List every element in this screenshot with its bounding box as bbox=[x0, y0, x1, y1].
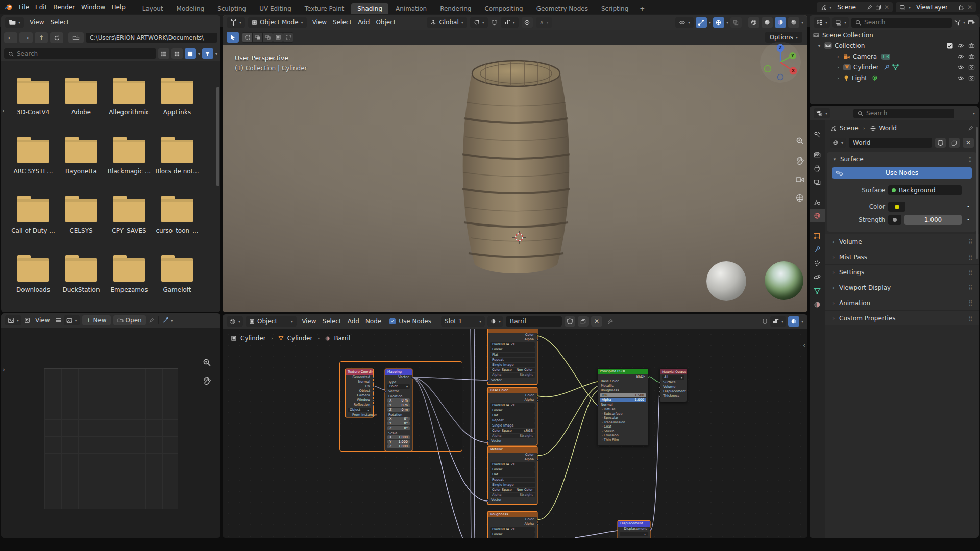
forward-button[interactable]: → bbox=[19, 32, 33, 43]
image-editor-canvas[interactable]: › bbox=[1, 328, 220, 538]
outliner-search-input[interactable] bbox=[851, 18, 952, 28]
input-socket[interactable] bbox=[659, 395, 661, 397]
filter-dropdown[interactable]: ▾ bbox=[963, 20, 965, 25]
scale-slider[interactable]: Y1.000 bbox=[387, 440, 410, 444]
node-output-row[interactable]: Reflection bbox=[346, 403, 373, 407]
pin-icon[interactable] bbox=[968, 125, 974, 131]
output-socket[interactable] bbox=[536, 454, 538, 456]
collapsed-panel-row[interactable]: › Animation ⣿ bbox=[825, 295, 979, 310]
select-mode-invert[interactable] bbox=[273, 33, 283, 42]
material-browse-dropdown[interactable]: ▾ bbox=[487, 316, 503, 327]
tab-object-data[interactable] bbox=[810, 284, 825, 297]
transform-orientation-dropdown[interactable]: Global ▾ bbox=[427, 17, 467, 28]
image-texture-node[interactable]: Color Alpha Planks034_2K... Linear Flat … bbox=[487, 329, 537, 385]
workspace-tab[interactable]: Texture Paint bbox=[299, 3, 350, 14]
shader-editor-menu-item[interactable]: Add bbox=[345, 318, 362, 325]
new-world-button[interactable] bbox=[949, 138, 960, 148]
shader-node-canvas[interactable]: Cylinder › Cylinder › Barril ‹ bbox=[223, 329, 807, 538]
folder-item[interactable]: 3D-CoatV4 bbox=[9, 81, 57, 140]
refresh-button[interactable] bbox=[50, 32, 63, 43]
collapsed-panel-row[interactable]: › Volume ⣿ bbox=[825, 234, 979, 249]
topbar-menu-item[interactable]: File bbox=[16, 4, 32, 11]
parent-dir-button[interactable]: ↑ bbox=[35, 32, 48, 43]
open-image-button[interactable]: Open bbox=[113, 315, 146, 325]
outliner-row-light[interactable]: › Light bbox=[820, 72, 979, 83]
tab-modifiers[interactable] bbox=[810, 242, 825, 256]
node-input-row[interactable]: Thickness bbox=[660, 394, 687, 398]
breadcrumb-scene[interactable]: Scene bbox=[840, 124, 859, 132]
node-output-row[interactable]: Color bbox=[488, 517, 537, 522]
new-viewlayer-icon[interactable] bbox=[959, 4, 965, 10]
node-output-row[interactable]: Alpha bbox=[488, 337, 537, 342]
viewport-menu-item[interactable]: Add bbox=[355, 19, 372, 26]
unlink-world-button[interactable]: ✕ bbox=[963, 138, 974, 148]
source-dropdown[interactable]: Single Image bbox=[490, 483, 535, 487]
folder-item[interactable]: DuckStation bbox=[57, 258, 105, 312]
viewport-menu-item[interactable]: Object bbox=[373, 19, 398, 26]
exclude-checkbox[interactable] bbox=[947, 43, 953, 49]
blender-logo-icon[interactable] bbox=[4, 4, 13, 11]
topbar-menu-item[interactable]: Window bbox=[79, 4, 108, 11]
node-title[interactable]: Principled BSDF bbox=[598, 369, 648, 374]
node-output-row[interactable]: Window bbox=[346, 398, 373, 403]
workspace-tab[interactable]: Rendering bbox=[434, 3, 477, 14]
collapsed-panel-row[interactable]: › Settings ⣿ bbox=[825, 264, 979, 280]
projection-dropdown[interactable]: Flat bbox=[490, 537, 535, 538]
colorspace-dropdown[interactable]: Color SpaceNon-Color bbox=[490, 368, 535, 372]
workspace-tab[interactable]: Layout bbox=[136, 3, 169, 14]
node-input-row[interactable]: Volume bbox=[660, 385, 687, 389]
tab-material[interactable] bbox=[810, 297, 825, 311]
alpha-dropdown[interactable]: AlphaStraight bbox=[490, 373, 535, 378]
node-input-row[interactable]: Metallic bbox=[598, 384, 648, 388]
search-input-field[interactable] bbox=[17, 50, 152, 57]
collapsed-section-row[interactable]: ›Sheen bbox=[598, 429, 648, 434]
outliner-row-camera[interactable]: › Camera bbox=[820, 51, 979, 62]
alpha-dropdown[interactable]: AlphaStraight bbox=[490, 434, 535, 438]
alpha-dropdown[interactable]: AlphaStraight bbox=[490, 493, 535, 497]
new-material-button[interactable] bbox=[578, 316, 589, 327]
workspace-tab[interactable]: UV Editing bbox=[253, 3, 298, 14]
extension-dropdown[interactable]: Repeat bbox=[490, 478, 535, 482]
node-output-row[interactable]: Alpha bbox=[488, 457, 537, 462]
location-slider[interactable]: Z0 m bbox=[387, 408, 410, 412]
node-output-row[interactable]: Color bbox=[488, 393, 537, 398]
material-output-node[interactable]: Material Output All▾ SurfaceVolumeDispla… bbox=[659, 368, 687, 402]
type-dropdown[interactable]: Point▾ bbox=[387, 384, 410, 389]
mapping-node[interactable]: Mapping Vector Type: Point▾ Vector Locat… bbox=[385, 369, 412, 452]
hdri-preview-sphere[interactable] bbox=[765, 261, 803, 300]
node-input-row[interactable]: Vector bbox=[385, 389, 412, 394]
overlays-dropdown[interactable]: ▾ bbox=[801, 319, 803, 324]
editor-type-dropdown[interactable]: ▾ bbox=[814, 17, 830, 28]
zoom-gadget[interactable] bbox=[200, 356, 213, 369]
image-texture-node[interactable]: Roughness Color Alpha Planks034_2K... Li… bbox=[487, 511, 537, 538]
collapsed-section-row[interactable]: ›Subsurface bbox=[598, 412, 648, 416]
folder-item[interactable]: CPY_SAVES bbox=[105, 199, 153, 258]
output-socket[interactable] bbox=[536, 399, 538, 402]
animate-dot[interactable]: • bbox=[965, 204, 972, 209]
display-size-dropdown[interactable]: ▾ bbox=[198, 52, 200, 56]
slot-dropdown[interactable]: Slot 1 ▾ bbox=[441, 316, 485, 327]
gizmo-toggle-icon[interactable] bbox=[162, 317, 168, 323]
rotation-slider[interactable]: Y0° bbox=[387, 421, 410, 425]
outliner-row-collection[interactable]: ▾ Collection bbox=[810, 40, 979, 51]
viewport-menu-item[interactable]: View bbox=[310, 19, 329, 26]
topbar-menu-item[interactable]: Render bbox=[51, 4, 78, 11]
node-output-row[interactable]: Normal bbox=[346, 380, 373, 384]
output-socket[interactable] bbox=[373, 386, 375, 388]
region-expand-arrow[interactable]: › bbox=[3, 366, 5, 373]
interpolation-dropdown[interactable]: Linear bbox=[490, 408, 535, 413]
expand-icon[interactable]: › bbox=[836, 76, 841, 81]
unlink-scene-icon[interactable]: ✕ bbox=[884, 4, 889, 11]
snap-settings-dropdown[interactable]: ▾ bbox=[501, 17, 519, 28]
input-socket[interactable] bbox=[597, 404, 599, 406]
shading-wireframe-button[interactable] bbox=[748, 17, 760, 28]
node-title[interactable]: Base Color bbox=[488, 388, 537, 393]
displacement-space-dropdown[interactable]: ▾ bbox=[620, 532, 648, 536]
filter-settings-dropdown[interactable]: ▾ bbox=[215, 52, 217, 56]
image-browse-dropdown[interactable]: ▾ bbox=[64, 315, 80, 325]
editor-type-dropdown[interactable]: ▾ bbox=[227, 316, 243, 327]
rotation-slider[interactable]: X0° bbox=[387, 417, 410, 421]
display-thumbnails-button[interactable] bbox=[185, 48, 196, 59]
node-output-row[interactable]: Color bbox=[488, 333, 537, 337]
folder-item[interactable]: Blackmagic ... bbox=[105, 140, 153, 199]
